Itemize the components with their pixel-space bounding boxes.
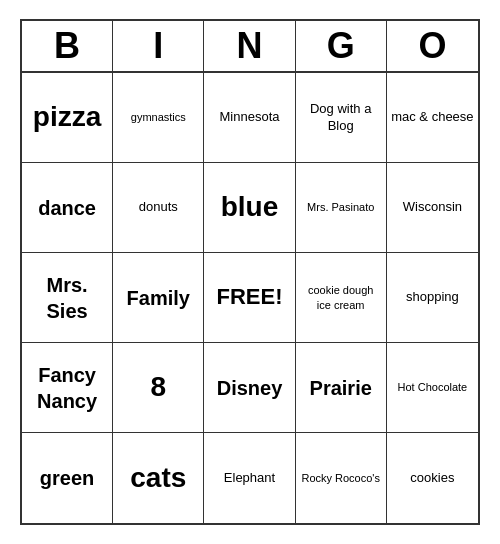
cell-text: Minnesota	[220, 109, 280, 126]
cell-text: 8	[151, 369, 167, 405]
cell-text: Hot Chocolate	[398, 380, 468, 394]
bingo-cell: cookies	[387, 433, 478, 523]
cell-text: Dog with a Blog	[300, 101, 382, 135]
cell-text: Rocky Rococo's	[301, 471, 380, 485]
header-letter: N	[204, 21, 295, 71]
bingo-cell: dance	[22, 163, 113, 253]
bingo-card: BINGO pizzagymnasticsMinnesotaDog with a…	[20, 19, 480, 525]
header-letter: I	[113, 21, 204, 71]
bingo-cell: donuts	[113, 163, 204, 253]
cell-text: Mrs. Pasinato	[307, 200, 374, 214]
cell-text: shopping	[406, 289, 459, 306]
cell-text: Disney	[217, 375, 283, 401]
cell-text: pizza	[33, 99, 101, 135]
bingo-cell: blue	[204, 163, 295, 253]
cell-text: green	[40, 465, 94, 491]
cell-text: cookies	[410, 470, 454, 487]
bingo-cell: 8	[113, 343, 204, 433]
cell-text: Wisconsin	[403, 199, 462, 216]
cell-text: FREE!	[216, 283, 282, 312]
bingo-cell: FREE!	[204, 253, 295, 343]
bingo-cell: Disney	[204, 343, 295, 433]
bingo-cell: Mrs. Sies	[22, 253, 113, 343]
bingo-grid: pizzagymnasticsMinnesotaDog with a Blogm…	[22, 73, 478, 523]
cell-text: mac & cheese	[391, 109, 473, 126]
cell-text: Prairie	[310, 375, 372, 401]
bingo-cell: green	[22, 433, 113, 523]
cell-text: dance	[38, 195, 96, 221]
bingo-cell: shopping	[387, 253, 478, 343]
bingo-cell: Prairie	[296, 343, 387, 433]
bingo-cell: cookie dough ice cream	[296, 253, 387, 343]
cell-text: cats	[130, 460, 186, 496]
bingo-cell: Rocky Rococo's	[296, 433, 387, 523]
cell-text: Family	[127, 285, 190, 311]
bingo-cell: mac & cheese	[387, 73, 478, 163]
cell-text: Mrs. Sies	[26, 272, 108, 324]
bingo-cell: cats	[113, 433, 204, 523]
bingo-cell: gymnastics	[113, 73, 204, 163]
header-letter: G	[296, 21, 387, 71]
bingo-header: BINGO	[22, 21, 478, 73]
bingo-cell: Elephant	[204, 433, 295, 523]
bingo-cell: Fancy Nancy	[22, 343, 113, 433]
header-letter: B	[22, 21, 113, 71]
bingo-cell: Wisconsin	[387, 163, 478, 253]
bingo-cell: pizza	[22, 73, 113, 163]
header-letter: O	[387, 21, 478, 71]
bingo-cell: Mrs. Pasinato	[296, 163, 387, 253]
cell-text: Fancy Nancy	[26, 362, 108, 414]
cell-text: cookie dough ice cream	[300, 283, 382, 312]
cell-text: gymnastics	[131, 110, 186, 124]
cell-text: donuts	[139, 199, 178, 216]
bingo-cell: Hot Chocolate	[387, 343, 478, 433]
cell-text: blue	[221, 189, 279, 225]
bingo-cell: Dog with a Blog	[296, 73, 387, 163]
bingo-cell: Minnesota	[204, 73, 295, 163]
cell-text: Elephant	[224, 470, 275, 487]
bingo-cell: Family	[113, 253, 204, 343]
